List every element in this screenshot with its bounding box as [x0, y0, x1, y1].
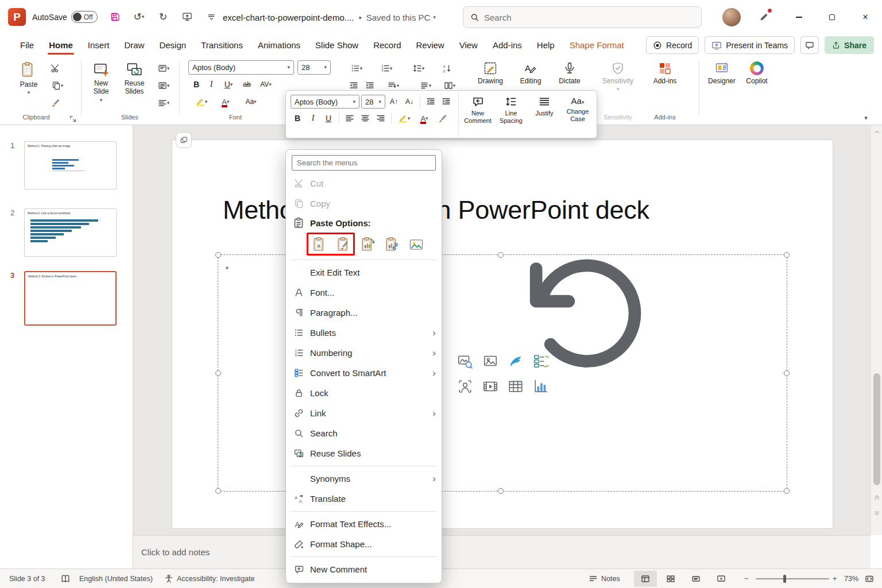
- font-size-combo[interactable]: 28▾: [297, 60, 331, 75]
- italic-button[interactable]: I: [204, 78, 218, 91]
- menu-item-convert-to-smartart[interactable]: Convert to SmartArt›: [286, 363, 442, 383]
- customize-toolbar-button[interactable]: [203, 8, 219, 25]
- notes-toggle-button[interactable]: Notes: [589, 569, 620, 588]
- change-case-button[interactable]: Aa▾: [241, 95, 261, 109]
- resize-handle-n[interactable]: [498, 252, 504, 258]
- close-button[interactable]: ×: [849, 0, 882, 34]
- zoom-level[interactable]: 73%: [844, 569, 858, 588]
- paste-button[interactable]: Paste▾: [14, 59, 44, 95]
- mini-font-name-combo[interactable]: Aptos (Body)▾: [291, 95, 359, 109]
- search-input[interactable]: [484, 13, 694, 22]
- cut-button[interactable]: [48, 61, 62, 75]
- resize-handle-se[interactable]: [784, 488, 790, 494]
- format-painter-button[interactable]: [435, 111, 449, 125]
- present-in-teams-button[interactable]: Present in Teams: [705, 36, 795, 54]
- redo-button[interactable]: ↻: [155, 8, 171, 25]
- comments-button[interactable]: [800, 36, 819, 54]
- paste-option-keep-source-formatting[interactable]: [335, 236, 353, 253]
- zoom-out-button[interactable]: −: [744, 569, 748, 588]
- strikethrough-button[interactable]: ab: [240, 78, 254, 91]
- record-button[interactable]: Record: [646, 36, 699, 54]
- collapse-ribbon-button[interactable]: ▾: [859, 111, 873, 125]
- line-spacing-button[interactable]: Line Spacing: [494, 94, 528, 135]
- section-button[interactable]: ▾: [154, 96, 173, 110]
- tab-insert[interactable]: Insert: [80, 34, 117, 56]
- slide-thumbnail-1[interactable]: Method 1: Pasting chart as image: [24, 141, 117, 189]
- underline-button[interactable]: U▾: [219, 78, 238, 91]
- slide-sorter-view-button[interactable]: [659, 571, 682, 587]
- align-left-button[interactable]: [343, 111, 357, 125]
- save-button[interactable]: [107, 8, 123, 25]
- numbering-button[interactable]: 123▾: [377, 61, 396, 75]
- align-right-button[interactable]: [374, 111, 388, 125]
- font-color-button[interactable]: A▾: [216, 95, 235, 109]
- new-slide-button[interactable]: New Slide▾: [86, 59, 116, 103]
- slideshow-view-button[interactable]: [710, 571, 733, 587]
- sensitivity-button[interactable]: Sensitivity▾: [597, 59, 639, 92]
- language-indicator[interactable]: English (United States): [79, 569, 153, 588]
- slide-layout-button[interactable]: ▾: [154, 61, 173, 75]
- menu-item-copy[interactable]: Copy: [286, 194, 442, 214]
- notes-pane[interactable]: Click to add notes: [133, 535, 871, 568]
- minimize-button[interactable]: [782, 0, 815, 34]
- zoom-in-button[interactable]: +: [833, 569, 837, 588]
- scrollbar-thumb[interactable]: [873, 373, 880, 485]
- tab-animations[interactable]: Animations: [250, 34, 308, 56]
- grow-font-button[interactable]: A↑: [387, 95, 401, 109]
- drawing-button[interactable]: Drawing: [474, 59, 506, 85]
- paste-option-link-data[interactable]: [384, 236, 401, 253]
- insert-stock-images-button[interactable]: [457, 353, 474, 370]
- previous-slide-button[interactable]: [872, 493, 881, 502]
- line-spacing-button[interactable]: ▾: [409, 61, 428, 75]
- menu-item-link[interactable]: Link›: [286, 403, 442, 423]
- insert-pictures-button[interactable]: [482, 353, 499, 370]
- avatar[interactable]: [722, 8, 741, 26]
- menu-item-reuse-slides[interactable]: Reuse Slides: [286, 443, 442, 463]
- search-box[interactable]: [463, 6, 702, 28]
- zoom-thumb[interactable]: [783, 575, 786, 583]
- paste-option-picture[interactable]: [408, 236, 425, 253]
- insert-video-button[interactable]: [482, 378, 499, 395]
- resize-handle-w[interactable]: [215, 370, 221, 376]
- notes-placeholder[interactable]: Click to add notes: [141, 547, 210, 557]
- menu-item-search[interactable]: Search: [286, 423, 442, 443]
- document-title[interactable]: excel-chart-to-powerpoint-demo.... • Sav…: [223, 0, 436, 34]
- align-center-button[interactable]: [358, 111, 372, 125]
- menu-item-cut[interactable]: Cut: [286, 173, 442, 194]
- justify-button[interactable]: Justify: [528, 94, 561, 135]
- menu-item-format-shape[interactable]: Format Shape...: [286, 534, 442, 554]
- tab-file[interactable]: File: [13, 34, 41, 56]
- insert-smartart-button[interactable]: [532, 353, 550, 370]
- menu-item-lock[interactable]: Lock: [286, 383, 442, 403]
- tab-add-ins[interactable]: Add-ins: [485, 34, 529, 56]
- bullets-button[interactable]: ▾: [347, 61, 366, 75]
- slide-corner-button[interactable]: [176, 132, 192, 148]
- paste-option-embed-workbook[interactable]: [359, 236, 377, 253]
- resize-handle-s[interactable]: [498, 488, 504, 494]
- format-painter-button[interactable]: [48, 96, 62, 110]
- tab-shape-format[interactable]: Shape Format: [562, 34, 632, 56]
- increase-indent-button[interactable]: [439, 95, 453, 109]
- tab-view[interactable]: View: [452, 34, 485, 56]
- sort-button[interactable]: AZ: [440, 61, 454, 75]
- tab-record[interactable]: Record: [366, 34, 408, 56]
- insert-table-button[interactable]: [507, 378, 524, 395]
- insert-icons-button[interactable]: [507, 353, 524, 370]
- autosave-toggle[interactable]: Off: [71, 11, 98, 23]
- menu-item-numbering[interactable]: 123Numbering›: [286, 343, 442, 363]
- next-slide-button[interactable]: [872, 509, 881, 518]
- paste-option-use-destination-theme[interactable]: a: [311, 236, 328, 253]
- slide-indicator[interactable]: Slide 3 of 3: [9, 569, 45, 588]
- tab-home[interactable]: Home: [41, 34, 80, 56]
- menu-item-format-text-effects[interactable]: AFormat Text Effects...: [286, 514, 442, 534]
- character-spacing-button[interactable]: AV▾: [256, 78, 276, 91]
- designer-button[interactable]: Designer: [705, 59, 738, 85]
- autosave-control[interactable]: AutoSave Off: [32, 11, 98, 23]
- tab-help[interactable]: Help: [529, 34, 562, 56]
- resize-handle-nw[interactable]: [215, 252, 221, 258]
- insert-chart-button[interactable]: [532, 378, 550, 395]
- vertical-scrollbar[interactable]: [871, 125, 882, 535]
- normal-view-button[interactable]: [634, 571, 657, 587]
- resize-handle-e[interactable]: [784, 370, 790, 376]
- copy-button[interactable]: ▾: [48, 79, 67, 92]
